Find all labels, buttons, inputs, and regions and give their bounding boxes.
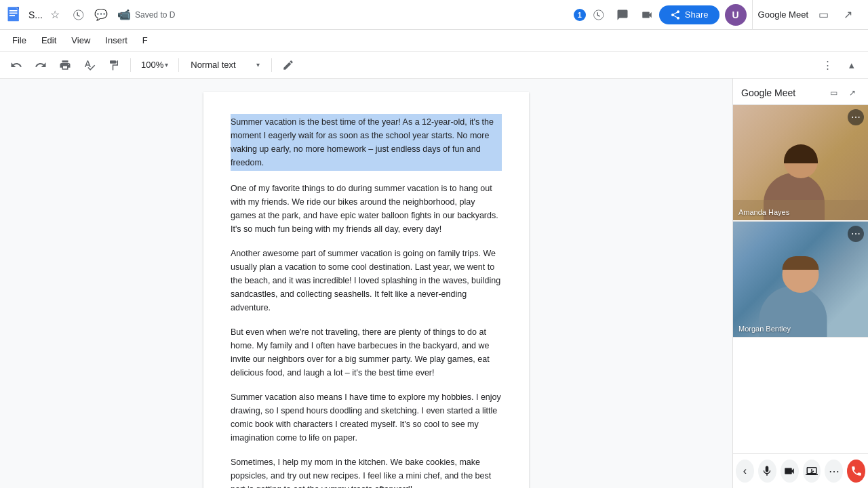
meet-chevron-button[interactable]: ‹ <box>736 460 754 483</box>
meet-mic-button[interactable] <box>758 460 776 483</box>
toolbar-sep-3 <box>271 58 272 72</box>
style-value: Normal text <box>191 60 235 70</box>
participant-video-1: ⋯ Amanda Hayes <box>733 105 868 220</box>
share-label: Share <box>685 9 709 20</box>
menu-format[interactable]: F <box>136 33 155 48</box>
collapse-toolbar-button[interactable]: ▴ <box>841 55 863 75</box>
history-btn2[interactable] <box>589 5 608 24</box>
video-btn[interactable] <box>637 5 656 24</box>
style-chevron-icon: ▾ <box>256 61 260 68</box>
meet-section: Google Meet ▭ ↗ <box>752 0 863 29</box>
meet-header-title: Google Meet <box>741 87 795 98</box>
chevron-down-icon: ▾ <box>165 61 168 68</box>
participant-1-more-button[interactable]: ⋯ <box>848 109 864 125</box>
toolbar-sep-2 <box>178 58 179 72</box>
participant-video-2: ⋯ Morgan Bentley <box>733 222 868 337</box>
notification-badge[interactable]: 1 <box>574 9 586 21</box>
paragraph-4: But even when we're not traveling, there… <box>231 325 502 380</box>
doc-icon <box>5 5 24 24</box>
pen-button[interactable] <box>277 55 299 75</box>
main-layout: Summer vacation is the best time of the … <box>0 79 868 488</box>
svg-rect-1 <box>9 10 18 12</box>
meet-participant-2: ⋯ Morgan Bentley <box>733 222 868 338</box>
meet-end-call-button[interactable] <box>847 460 865 483</box>
print-button[interactable] <box>54 55 76 75</box>
saved-status: Saved to D <box>135 10 175 20</box>
meet-title-text: Google Meet <box>758 9 808 20</box>
doc-title: S... <box>28 9 43 20</box>
comment-btn2[interactable] <box>613 5 632 24</box>
doc-page: Summer vacation is the best time of the … <box>203 92 529 488</box>
paragraph-2: One of my favorite things to do during s… <box>231 182 502 236</box>
history-button[interactable] <box>68 5 87 24</box>
star-button[interactable]: ☆ <box>45 5 64 24</box>
top-bar: S... ☆ 💬 📹 Saved to D 1 <box>0 0 868 30</box>
meet-expand[interactable]: ↗ <box>838 5 857 24</box>
paint-format-button[interactable] <box>103 55 125 75</box>
meet-header: Google Meet ▭ ↗ <box>733 79 868 105</box>
paragraph-1: Summer vacation is the best time of the … <box>231 114 502 171</box>
menu-bar: File Edit View Insert F <box>0 30 868 52</box>
meet-sidebar: Google Meet ▭ ↗ ⋯ Amanda Hayes <box>732 79 868 488</box>
comment-button[interactable]: 💬 <box>92 5 111 24</box>
toolbar: 100% ▾ Normal text ▾ ⋮ ▴ <box>0 52 868 79</box>
user-avatar[interactable]: U <box>725 4 747 26</box>
participant-2-more-button[interactable]: ⋯ <box>848 226 864 242</box>
spellcheck-button[interactable] <box>79 55 100 75</box>
svg-rect-2 <box>9 12 18 14</box>
meet-controls: ‹ ⋯ <box>733 453 868 488</box>
meet-present-button[interactable] <box>803 460 821 483</box>
top-bar-icons: ☆ 💬 📹 <box>45 5 134 24</box>
menu-file[interactable]: File <box>5 33 33 48</box>
svg-rect-3 <box>9 15 15 16</box>
menu-view[interactable]: View <box>64 33 97 48</box>
notification-count: 1 <box>574 9 586 21</box>
participant-2-name: Morgan Bentley <box>738 325 791 333</box>
style-selector[interactable]: Normal text ▾ <box>184 58 266 72</box>
meet-more-button[interactable]: ⋯ <box>825 460 843 483</box>
toolbar-sep-1 <box>130 58 131 72</box>
menu-edit[interactable]: Edit <box>35 33 63 48</box>
meet-external-button[interactable]: ↗ <box>845 85 860 100</box>
meet-minimize[interactable]: ▭ <box>814 5 833 24</box>
zoom-selector[interactable]: 100% ▾ <box>136 58 173 72</box>
paragraph-6: Sometimes, I help my mom in the kitchen.… <box>231 455 502 488</box>
paragraph-3: Another awesome part of summer vacation … <box>231 247 502 314</box>
menu-insert[interactable]: Insert <box>98 33 134 48</box>
undo-button[interactable] <box>5 55 27 75</box>
meet-participant-1: ⋯ Amanda Hayes <box>733 105 868 222</box>
participant-1-name: Amanda Hayes <box>738 208 789 216</box>
meet-miniature-button[interactable]: ▭ <box>826 85 841 100</box>
redo-button[interactable] <box>30 55 52 75</box>
share-button[interactable]: Share <box>659 5 719 24</box>
share-icon <box>670 9 681 20</box>
meet-video-button[interactable]: 📹 <box>115 5 134 24</box>
doc-area[interactable]: Summer vacation is the best time of the … <box>0 79 732 488</box>
meet-camera-button[interactable] <box>781 460 799 483</box>
more-options-button[interactable]: ⋮ <box>816 55 838 75</box>
zoom-value: 100% <box>141 60 163 70</box>
paragraph-5: Summer vacation also means I have time t… <box>231 390 502 445</box>
meet-header-icons: ▭ ↗ <box>826 85 860 100</box>
